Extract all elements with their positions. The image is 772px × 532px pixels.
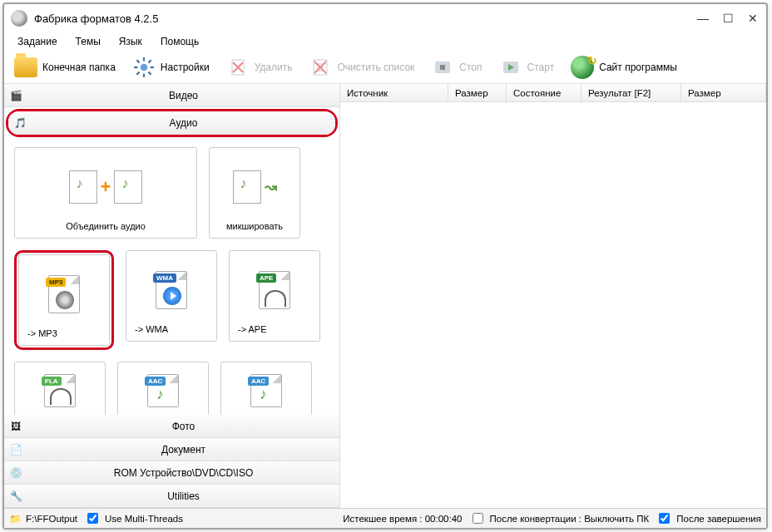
category-rom[interactable]: 💿 ROM Устройство\DVD\CD\ISO bbox=[4, 461, 339, 485]
col-state[interactable]: Состояние bbox=[507, 84, 581, 101]
fla-file-icon: FLA bbox=[44, 374, 76, 407]
menu-help[interactable]: Помощь bbox=[152, 34, 207, 49]
svg-line-6 bbox=[148, 71, 151, 74]
site-label: Сайт программы bbox=[599, 62, 677, 73]
file-list-empty bbox=[340, 102, 766, 508]
join-audio-icon: + bbox=[69, 170, 143, 204]
start-button[interactable]: Старт bbox=[492, 52, 562, 82]
app-icon bbox=[11, 10, 27, 27]
col-source[interactable]: Источник bbox=[340, 84, 448, 101]
tile-ape[interactable]: APE -> APE bbox=[229, 250, 320, 342]
tile-join-audio[interactable]: + Объединить аудио bbox=[14, 147, 197, 239]
photo-icon: 🖼 bbox=[4, 421, 27, 432]
col-result[interactable]: Результат [F2] bbox=[581, 84, 681, 101]
mp3-highlight: MP3 -> MP3 bbox=[14, 250, 114, 350]
category-photo-label: Фото bbox=[27, 421, 339, 432]
tiles-grid: + Объединить аудио ↝ микшировать bbox=[4, 139, 339, 415]
document-icon: 📄 bbox=[4, 444, 27, 456]
globe-icon bbox=[571, 56, 594, 79]
menu-task[interactable]: Задание bbox=[9, 34, 66, 49]
folder-small-icon[interactable]: 📁 bbox=[9, 513, 21, 525]
multi-threads-checkbox[interactable] bbox=[87, 513, 98, 524]
tile-mp3[interactable]: MP3 -> MP3 bbox=[18, 254, 110, 346]
menu-themes[interactable]: Темы bbox=[67, 34, 109, 49]
utilities-icon: 🔧 bbox=[4, 490, 27, 502]
menu-lang[interactable]: Язык bbox=[111, 34, 151, 49]
menubar: Задание Темы Язык Помощь bbox=[4, 32, 766, 51]
maximize-button[interactable]: ☐ bbox=[721, 12, 735, 25]
delete-icon bbox=[226, 56, 250, 79]
after-conv-checkbox[interactable] bbox=[473, 513, 483, 524]
settings-label: Настройки bbox=[161, 62, 210, 73]
tile-join-audio-label: Объединить аудио bbox=[66, 221, 146, 231]
after-done-checkbox[interactable] bbox=[659, 513, 670, 524]
after-conv-label: После конвертации : Выключить ПК bbox=[490, 514, 650, 524]
stop-button[interactable]: Стоп bbox=[424, 52, 488, 82]
app-window: Фабрика форматов 4.2.5 — ☐ ✕ Задание Тем… bbox=[2, 2, 768, 530]
toolbar: Конечная папка Настройки Удалить Очистит… bbox=[4, 51, 766, 84]
wma-file-icon: WMA bbox=[156, 271, 187, 309]
tile-aac[interactable]: AAC♪ bbox=[117, 362, 209, 415]
tile-fla[interactable]: FLA bbox=[14, 362, 106, 415]
svg-rect-19 bbox=[440, 65, 445, 70]
folder-icon bbox=[14, 57, 37, 77]
category-audio-label: Аудио bbox=[32, 117, 335, 129]
category-audio[interactable]: 🎵 Аудио bbox=[8, 111, 335, 135]
output-folder-button[interactable]: Конечная папка bbox=[7, 52, 122, 82]
clear-list-button[interactable]: Очистить список bbox=[302, 52, 421, 82]
svg-line-5 bbox=[136, 60, 139, 62]
window-controls: — ☐ ✕ bbox=[696, 12, 760, 25]
mix-icon: ↝ bbox=[233, 170, 277, 204]
status-bar: 📁 F:\FFOutput Use Multi-Threads Истекшее… bbox=[4, 508, 766, 528]
minimize-button[interactable]: — bbox=[696, 12, 710, 25]
close-button[interactable]: ✕ bbox=[746, 12, 760, 25]
main-area: 🎬 Видео 🎵 Аудио + О bbox=[4, 84, 766, 508]
music-icon: 🎵 bbox=[8, 117, 32, 129]
mp3-file-icon: MP3 bbox=[48, 275, 80, 313]
tile-aac-2[interactable]: AAC♪ bbox=[220, 362, 312, 415]
gear-icon bbox=[132, 56, 156, 79]
film-icon: 🎬 bbox=[4, 90, 27, 101]
start-label: Старт bbox=[527, 62, 555, 73]
titlebar: Фабрика форматов 4.2.5 — ☐ ✕ bbox=[4, 4, 766, 32]
delete-button[interactable]: Удалить bbox=[220, 52, 299, 82]
category-video-label: Видео bbox=[27, 90, 339, 101]
tile-wma[interactable]: WMA -> WMA bbox=[126, 250, 217, 342]
output-folder-label: Конечная папка bbox=[42, 62, 116, 73]
svg-line-8 bbox=[148, 60, 151, 62]
tile-mix[interactable]: ↝ микшировать bbox=[209, 147, 300, 239]
category-utilities[interactable]: 🔧 Utilities bbox=[4, 485, 339, 508]
tile-ape-label: -> APE bbox=[233, 324, 267, 334]
clear-label: Очистить список bbox=[337, 62, 414, 73]
delete-label: Удалить bbox=[255, 62, 293, 73]
settings-button[interactable]: Настройки bbox=[126, 52, 216, 82]
site-button[interactable]: Сайт программы bbox=[564, 52, 684, 82]
elapsed-time: Истекшее время : 00:00:40 bbox=[343, 514, 462, 524]
category-panel: 🎬 Видео 🎵 Аудио + О bbox=[4, 84, 340, 508]
svg-point-0 bbox=[140, 63, 147, 71]
after-done-label: После завершения bbox=[676, 514, 761, 524]
audio-highlight: 🎵 Аудио bbox=[6, 109, 338, 137]
clear-icon bbox=[309, 56, 332, 79]
category-document[interactable]: 📄 Документ bbox=[4, 438, 339, 461]
output-path[interactable]: F:\FFOutput bbox=[26, 514, 77, 524]
category-video[interactable]: 🎬 Видео bbox=[4, 84, 339, 107]
col-size2[interactable]: Размер bbox=[681, 84, 766, 101]
multi-threads-label: Use Multi-Threads bbox=[105, 514, 183, 524]
category-document-label: Документ bbox=[27, 444, 339, 456]
tile-wma-label: -> WMA bbox=[130, 324, 168, 334]
column-headers: Источник Размер Состояние Результат [F2]… bbox=[340, 84, 766, 102]
category-photo[interactable]: 🖼 Фото bbox=[4, 415, 339, 438]
stop-icon bbox=[431, 56, 454, 79]
ape-file-icon: APE bbox=[259, 271, 290, 309]
category-utilities-label: Utilities bbox=[27, 490, 339, 502]
svg-line-7 bbox=[136, 71, 139, 74]
start-icon bbox=[499, 56, 522, 79]
aac-file-icon: AAC♪ bbox=[147, 374, 179, 407]
aac-file-icon-2: AAC♪ bbox=[250, 374, 282, 407]
tile-mp3-label: -> MP3 bbox=[22, 328, 57, 338]
category-rom-label: ROM Устройство\DVD\CD\ISO bbox=[27, 467, 339, 479]
stop-label: Стоп bbox=[459, 62, 482, 73]
col-size[interactable]: Размер bbox=[448, 84, 507, 101]
file-list-panel: Источник Размер Состояние Результат [F2]… bbox=[340, 84, 766, 508]
